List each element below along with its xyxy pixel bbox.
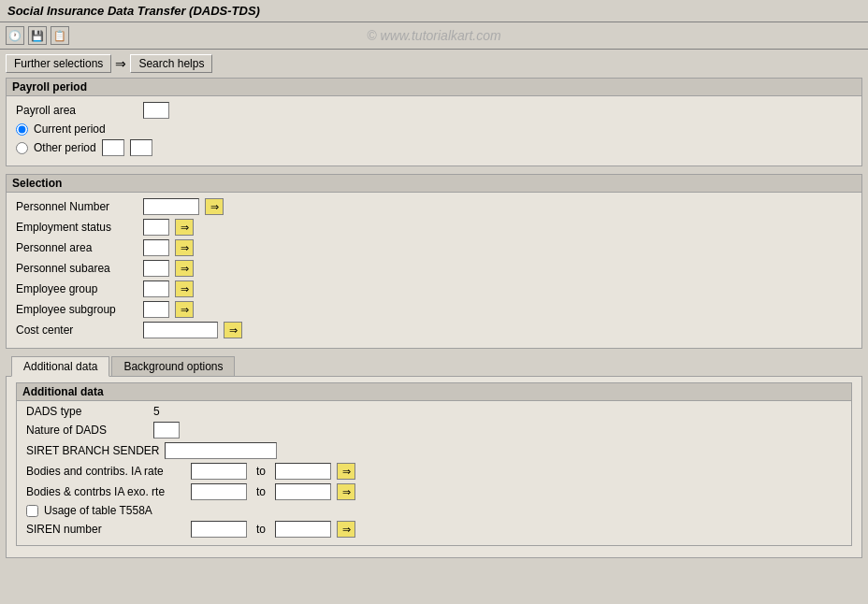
siren-number-label: SIREN number — [26, 523, 185, 536]
nature-of-dads-input[interactable] — [153, 422, 180, 439]
personnel-subarea-nav[interactable]: ⇒ — [175, 260, 194, 277]
arrow-separator: ⇒ — [115, 56, 126, 71]
bodies-contrbs-ia-exo-label: Bodies & contrbs IA exo. rte — [26, 485, 185, 498]
button-bar: Further selections ⇒ Search helps — [0, 50, 868, 78]
selection-section: Selection Personnel Number ⇒ Employment … — [6, 174, 862, 349]
additional-data-inner-body: DADS type 5 Nature of DADS SIRET BRANCH … — [17, 401, 851, 545]
employment-status-row: Employment status ⇒ — [16, 219, 852, 236]
personnel-area-input[interactable] — [143, 239, 169, 256]
employee-group-input[interactable] — [143, 280, 169, 297]
clock-icon[interactable]: 🕐 — [6, 26, 24, 45]
siren-number-row: SIREN number to ⇒ — [26, 521, 842, 538]
current-period-label: Current period — [34, 122, 106, 136]
bodies-contribs-ia-rate-from[interactable] — [191, 463, 247, 480]
bodies-contribs-ia-rate-nav[interactable]: ⇒ — [337, 463, 355, 480]
main-content: Payroll period Payroll area Current peri… — [0, 78, 868, 564]
usage-table-t558a-row: Usage of table T558A — [26, 504, 842, 517]
toolbar: 🕐 💾 📋 © www.tutorialkart.com — [0, 22, 868, 50]
tab-background-options-label: Background options — [123, 360, 223, 373]
personnel-number-row: Personnel Number ⇒ — [16, 198, 852, 215]
further-selections-button[interactable]: Further selections — [6, 54, 111, 73]
search-helps-label: Search helps — [138, 57, 204, 70]
tab-additional-data[interactable]: Additional data — [11, 356, 109, 377]
personnel-number-input[interactable] — [143, 198, 199, 215]
tabs-container: Additional data Background options Addit… — [6, 356, 862, 558]
nature-of-dads-label: Nature of DADS — [26, 424, 148, 437]
bodies-contribs-ia-rate-to[interactable] — [275, 463, 331, 480]
tab-content: Additional data DADS type 5 Nature of DA… — [6, 376, 862, 558]
usage-table-t558a-label: Usage of table T558A — [44, 504, 152, 517]
employee-subgroup-nav[interactable]: ⇒ — [175, 301, 194, 318]
bodies-contrbs-ia-exo-nav[interactable]: ⇒ — [337, 483, 355, 500]
cost-center-label: Cost center — [16, 324, 137, 337]
employment-status-nav[interactable]: ⇒ — [175, 219, 194, 236]
other-period-row: Other period — [16, 139, 852, 156]
personnel-number-nav[interactable]: ⇒ — [205, 198, 224, 215]
other-period-label: Other period — [34, 141, 96, 154]
personnel-number-label: Personnel Number — [16, 200, 137, 213]
employee-subgroup-label: Employee subgroup — [16, 303, 137, 316]
bodies-contrbs-ia-exo-to-label: to — [256, 485, 266, 498]
usage-table-t558a-checkbox[interactable] — [26, 505, 38, 517]
bodies-contrbs-ia-exo-from[interactable] — [191, 483, 247, 500]
payroll-area-input[interactable] — [143, 102, 169, 119]
employment-status-label: Employment status — [16, 221, 137, 234]
title-text: Social Insurance Data Transfer (DADS-TDS… — [7, 4, 260, 18]
further-selections-label: Further selections — [14, 57, 103, 70]
employee-subgroup-input[interactable] — [143, 301, 169, 318]
search-helps-button[interactable]: Search helps — [130, 54, 212, 73]
personnel-area-label: Personnel area — [16, 241, 137, 254]
other-period-radio[interactable] — [16, 142, 28, 154]
personnel-subarea-input[interactable] — [143, 260, 169, 277]
cost-center-input[interactable] — [143, 322, 218, 338]
personnel-area-nav[interactable]: ⇒ — [175, 239, 194, 256]
siren-number-nav[interactable]: ⇒ — [337, 521, 355, 538]
employee-group-row: Employee group ⇒ — [16, 280, 852, 297]
cost-center-nav[interactable]: ⇒ — [224, 322, 242, 338]
siret-branch-sender-row: SIRET BRANCH SENDER — [26, 442, 842, 459]
siren-number-from[interactable] — [191, 521, 247, 538]
bodies-contribs-ia-rate-to-label: to — [256, 465, 266, 478]
current-period-row: Current period — [16, 122, 852, 136]
siren-number-to[interactable] — [275, 521, 331, 538]
other-period-input2[interactable] — [130, 139, 152, 156]
dads-type-row: DADS type 5 — [26, 405, 842, 418]
employment-status-input[interactable] — [143, 219, 169, 236]
payroll-period-body: Payroll area Current period Other period — [7, 96, 861, 165]
other-period-input1[interactable] — [102, 139, 124, 156]
employee-group-label: Employee group — [16, 282, 137, 295]
employee-group-nav[interactable]: ⇒ — [175, 280, 194, 297]
current-period-radio[interactable] — [16, 123, 28, 136]
save-icon[interactable]: 💾 — [28, 26, 47, 45]
bodies-contrbs-ia-exo-to[interactable] — [275, 483, 331, 500]
selection-body: Personnel Number ⇒ Employment status ⇒ P… — [7, 193, 861, 348]
payroll-area-label: Payroll area — [16, 104, 137, 117]
title-bar: Social Insurance Data Transfer (DADS-TDS… — [0, 0, 868, 22]
cost-center-row: Cost center ⇒ — [16, 322, 852, 338]
personnel-area-row: Personnel area ⇒ — [16, 239, 852, 256]
payroll-area-row: Payroll area — [16, 102, 852, 119]
siret-branch-sender-label: SIRET BRANCH SENDER — [26, 444, 159, 457]
additional-data-inner-header: Additional data — [17, 383, 851, 401]
additional-data-inner-section: Additional data DADS type 5 Nature of DA… — [16, 382, 852, 546]
dads-type-value: 5 — [153, 405, 160, 418]
watermark: © www.tutorialkart.com — [367, 28, 500, 43]
tabs-row: Additional data Background options — [6, 356, 862, 376]
personnel-subarea-row: Personnel subarea ⇒ — [16, 260, 852, 277]
payroll-period-section: Payroll period Payroll area Current peri… — [6, 78, 862, 166]
bodies-contrbs-ia-exo-row: Bodies & contrbs IA exo. rte to ⇒ — [26, 483, 842, 500]
list-icon[interactable]: 📋 — [51, 26, 69, 45]
siret-branch-sender-input[interactable] — [165, 442, 277, 459]
siren-number-to-label: to — [256, 523, 266, 536]
dads-type-label: DADS type — [26, 405, 148, 418]
personnel-subarea-label: Personnel subarea — [16, 262, 137, 275]
bodies-contribs-ia-rate-label: Bodies and contribs. IA rate — [26, 465, 185, 478]
tab-background-options[interactable]: Background options — [111, 356, 235, 376]
employee-subgroup-row: Employee subgroup ⇒ — [16, 301, 852, 318]
tab-additional-data-label: Additional data — [23, 360, 97, 373]
selection-header: Selection — [7, 175, 861, 193]
nature-of-dads-row: Nature of DADS — [26, 422, 842, 439]
bodies-contribs-ia-rate-row: Bodies and contribs. IA rate to ⇒ — [26, 463, 842, 480]
payroll-period-header: Payroll period — [7, 79, 861, 96]
